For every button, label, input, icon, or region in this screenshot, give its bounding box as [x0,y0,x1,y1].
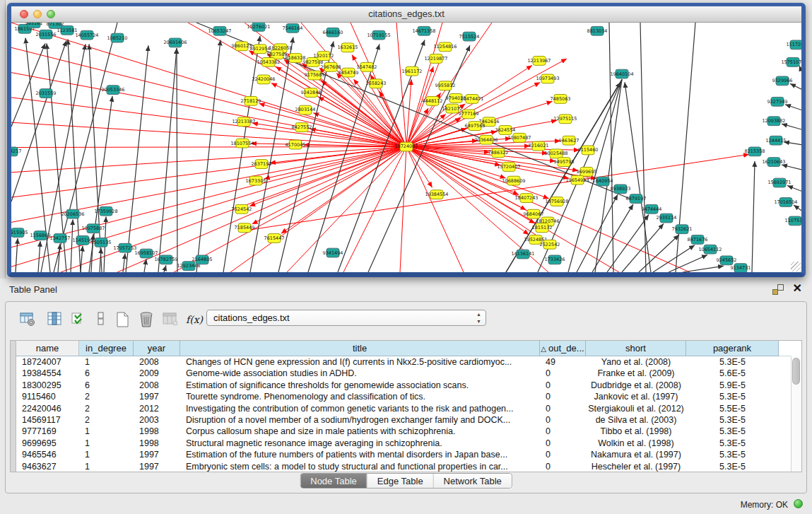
network-window-titlebar[interactable]: citations_edges.txt [11,6,801,23]
table-cell: 22420046 [16,403,79,414]
table-cell: Structural magnetic resonance image aver… [180,438,540,449]
graph-node-label: 9115460 [578,147,599,153]
table-panel-title: Table Panel [9,284,57,295]
graph-node-label: 14136141 [511,252,534,257]
table-row[interactable]: 1872400712008Changes of HCN gene express… [16,356,791,368]
network-window[interactable]: citations_edges.txt 18615072031556112358… [7,3,806,277]
table-header: namein_degreeyeartitle△out_de...shortpag… [16,341,791,356]
table-cell: 18300295 [16,380,79,391]
import-table-icon[interactable] [160,309,181,330]
graph-edge [406,147,549,199]
column-header-year[interactable]: year [134,341,180,356]
graph-node-label: 1558243 [366,81,387,86]
graph-node-label: 8813034 [587,28,608,34]
table-selector[interactable]: citations_edges.txt ▲▼ [206,310,486,326]
table-cell: 0 [540,403,586,414]
graph-edge [406,147,464,272]
new-document-icon[interactable] [112,309,133,330]
column-header-in_degree[interactable]: in_degree [79,341,134,356]
graph-node-label: 10807487 [507,135,531,141]
table-cell: 14569117 [16,414,79,426]
tab-edge-table[interactable]: Edge Table [367,474,434,488]
graph-node-label: 20206536 [61,211,84,217]
graph-node-label: 9175685 [305,73,325,78]
table-cell: 5.9E-5 [686,380,779,391]
network-canvas[interactable]: 1861507203155611235811405572499316187130… [11,23,801,272]
graph-node-label: 10975887 [81,226,105,231]
tab-node-table[interactable]: Node Table [300,474,367,488]
graph-node-label: 16782759 [154,257,177,262]
graph-node-label: 22420046 [252,76,275,82]
graph-edge [174,147,406,272]
table-row[interactable]: 2242004622012Investigating the contribut… [16,403,791,414]
table-cell: 9777169 [16,426,79,437]
tab-network-table[interactable]: Network Table [434,474,512,488]
graph-edge [406,147,433,188]
graph-edge [71,219,73,272]
float-panel-icon[interactable] [772,284,784,295]
graph-node-label: 6879197 [626,196,647,201]
column-header-title[interactable]: title [180,341,540,356]
graph-edge [16,238,18,272]
graph-node-label: 8454749 [339,70,359,76]
graph-node-label: 2967608 [321,64,341,70]
table-cell: Dudbridge et al. (2008) [586,380,686,391]
scrollbar-thumb[interactable] [792,358,800,385]
table-cell: Changes of HCN gene expression and I(f) … [180,356,540,368]
table-row[interactable]: 1938455462009Genome-wide association stu… [16,368,791,379]
table-row[interactable]: 911546021997Tourette syndrome. Phenomeno… [16,391,791,402]
table-cell: 5.3E-5 [686,426,779,437]
graph-edge [11,122,406,146]
resize-grip-icon[interactable] [791,262,801,271]
column-header-pagerank[interactable]: pagerank [686,341,779,356]
graph-node-label: 8471676 [688,237,708,243]
table-row[interactable]: 969969511998Structural magnetic resonanc… [16,438,791,449]
select-all-check-icon[interactable] [68,309,89,330]
table-row[interactable]: 977716911998Corpus callosum shape and si… [16,426,791,437]
function-icon[interactable]: f(x) [184,309,205,330]
table-row[interactable]: 1830029562008Estimation of significance … [16,380,791,391]
table-cell: Embryonic stem cells: a model to study s… [180,461,540,472]
table-cell: 0 [540,461,586,472]
table-row[interactable]: 1456911722003Disruption of a novel membe… [16,414,791,426]
graph-node-label: 19654923 [565,177,589,183]
graph-node-label: 9955812 [435,83,456,88]
column-header-short[interactable]: short [586,341,686,356]
graph-node-label: 3915905 [11,230,28,235]
graph-node-label: 1632615 [338,45,358,50]
graph-edge [343,147,406,272]
close-panel-icon[interactable]: ✕ [793,281,802,295]
graph-edge [196,40,220,272]
graph-node-label: 1107533 [785,218,801,223]
graph-node-label: 7485063 [551,96,571,102]
table-row[interactable]: 946362711997Embryonic stem cells: a mode… [16,461,791,472]
table-settings-icon[interactable] [17,309,38,330]
rows-icon[interactable] [90,309,112,330]
graph-node-label: 8427552 [292,124,312,130]
graph-node-label: 1673305 [246,178,266,184]
column-header-out_de[interactable]: △out_de... [540,341,586,356]
vertical-scrollbar[interactable] [791,356,801,472]
graph-node-label: 2031556 [36,32,57,37]
graph-edge [782,165,801,170]
graph-node-label: 1961172 [402,69,423,74]
graph-node-label: 9463627 [559,138,579,144]
graph-node-label: 1640954 [593,179,613,185]
graph-node-label: 3624554 [495,127,516,133]
show-column-icon[interactable] [44,309,65,330]
table-cell: 5.3E-5 [686,449,779,460]
graph-node-label: 8215358 [745,148,765,154]
graph-edge [752,161,755,272]
table-cell: 1 [79,461,134,472]
graph-node-label: 9242848 [301,90,322,95]
table-cell: Tibbo et al. (1998) [586,426,686,437]
row-gutter [11,341,16,472]
table-cell: 2 [79,391,134,402]
delete-icon[interactable] [136,309,157,330]
graph-node-label: 10719155 [367,33,390,38]
column-header-name[interactable]: name [16,341,79,356]
graph-node-label: 1244415 [766,138,787,144]
graph-node-label: 1094217 [11,148,21,154]
graph-node-label: 1733426 [545,257,565,262]
table-row[interactable]: 946554611997Estimation of the future num… [16,449,791,460]
